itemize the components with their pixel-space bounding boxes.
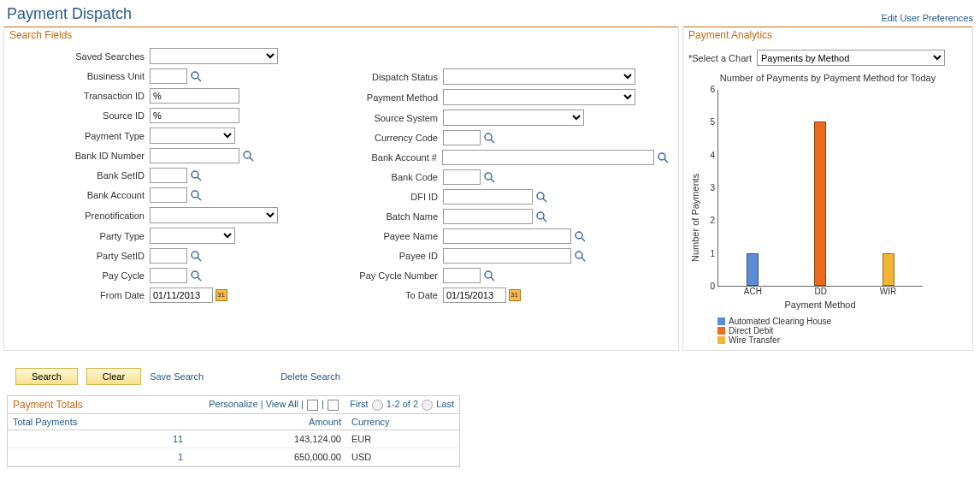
chart-xtick: DD	[815, 287, 827, 296]
svg-point-24	[576, 252, 582, 258]
pay-cycle-number-label: Pay Cycle Number	[310, 270, 443, 281]
lookup-icon[interactable]	[241, 149, 255, 163]
payee-name-label: Payee Name	[310, 231, 443, 241]
bank-code-input[interactable]	[443, 169, 481, 185]
lookup-icon[interactable]	[534, 190, 548, 204]
select-chart-select[interactable]: Payments by Method	[757, 50, 945, 66]
source-id-label: Source ID	[13, 110, 150, 121]
edit-user-preferences-link[interactable]: Edit User Preferences	[881, 13, 973, 23]
download-icon[interactable]	[328, 400, 339, 411]
svg-point-12	[485, 133, 492, 140]
source-system-label: Source System	[310, 113, 443, 123]
svg-line-3	[250, 157, 253, 161]
saved-searches-select[interactable]	[150, 48, 278, 64]
svg-point-10	[192, 271, 198, 278]
chart-xtick: WIR	[880, 287, 896, 296]
delete-search-link[interactable]: Delete Search	[280, 371, 340, 382]
chart-plot-area: 0123456	[717, 90, 923, 287]
bank-id-number-input[interactable]	[150, 148, 239, 163]
business-unit-input[interactable]	[150, 68, 187, 84]
lookup-icon[interactable]	[189, 169, 203, 182]
svg-point-8	[192, 252, 198, 258]
bank-account-label: Bank Account	[13, 190, 150, 200]
lookup-icon[interactable]	[482, 131, 496, 145]
personalize-link[interactable]: Personalize	[209, 399, 257, 409]
pay-cycle-input[interactable]	[150, 268, 187, 283]
lookup-icon[interactable]	[573, 249, 587, 263]
payment-totals-title: Payment Totals	[13, 399, 83, 411]
lookup-icon[interactable]	[189, 269, 203, 282]
currency-code-input[interactable]	[443, 130, 481, 145]
payee-id-input[interactable]	[443, 248, 571, 264]
chart-ytick: 0	[710, 282, 715, 291]
chart-xtick: ACH	[744, 287, 762, 296]
source-system-select[interactable]	[443, 110, 584, 126]
bank-account-input[interactable]	[150, 187, 187, 203]
cell-total-payments[interactable]: 11	[8, 430, 188, 448]
col-currency[interactable]: Currency	[346, 414, 459, 430]
search-button[interactable]: Search	[15, 368, 78, 385]
lookup-icon[interactable]	[189, 188, 203, 202]
cell-amount: 650,000.00	[188, 448, 346, 466]
business-unit-label: Business Unit	[13, 71, 150, 81]
lookup-icon[interactable]	[534, 210, 548, 223]
pay-cycle-number-input[interactable]	[443, 268, 481, 283]
page-title: Payment Dispatch	[7, 5, 132, 23]
from-date-label: From Date	[13, 290, 150, 300]
lookup-icon[interactable]	[656, 151, 670, 164]
chart-legend: Automated Clearing HouseDirect DebitWire…	[717, 317, 923, 345]
svg-line-1	[198, 78, 201, 81]
payment-method-select[interactable]	[443, 89, 635, 105]
save-search-link[interactable]: Save Search	[150, 371, 204, 382]
batch-name-input[interactable]	[443, 209, 533, 224]
svg-line-9	[198, 258, 201, 261]
bank-setid-label: Bank SetID	[13, 170, 150, 181]
from-date-input[interactable]	[150, 288, 213, 303]
next-icon[interactable]	[422, 400, 433, 411]
calendar-icon[interactable]	[509, 289, 521, 301]
party-setid-input[interactable]	[150, 248, 187, 264]
lookup-icon[interactable]	[482, 269, 496, 282]
transaction-id-input[interactable]	[150, 88, 239, 104]
payment-type-label: Payment Type	[13, 131, 150, 141]
zoom-icon[interactable]	[307, 400, 318, 411]
source-id-input[interactable]	[150, 108, 239, 123]
lookup-icon[interactable]	[573, 229, 587, 243]
col-amount[interactable]: Amount	[188, 414, 346, 430]
svg-point-0	[192, 72, 198, 79]
to-date-input[interactable]	[443, 288, 506, 303]
chart-ylabel: Number of Payments	[688, 90, 702, 345]
cell-total-payments[interactable]: 1	[8, 448, 188, 466]
legend-label: Direct Debit	[729, 326, 773, 335]
svg-point-16	[485, 173, 492, 180]
bank-setid-input[interactable]	[150, 168, 187, 183]
first-link[interactable]: First	[350, 399, 368, 409]
payment-type-select[interactable]	[150, 127, 235, 144]
payee-name-input[interactable]	[443, 228, 571, 244]
dfi-id-input[interactable]	[443, 189, 533, 205]
calendar-icon[interactable]	[215, 289, 227, 301]
svg-line-5	[198, 177, 201, 181]
legend-swatch	[717, 336, 725, 344]
lookup-icon[interactable]	[189, 249, 203, 263]
bank-account-num-input[interactable]	[442, 150, 654, 165]
clear-button[interactable]: Clear	[86, 368, 141, 385]
prenotification-label: Prenotification	[13, 210, 150, 221]
prenotification-select[interactable]	[150, 207, 278, 223]
svg-line-23	[582, 238, 585, 241]
svg-point-4	[192, 171, 198, 178]
party-type-select[interactable]	[150, 228, 235, 244]
lookup-icon[interactable]	[189, 69, 203, 83]
last-link[interactable]: Last	[436, 399, 454, 409]
col-total-payments[interactable]: Total Payments	[8, 414, 188, 430]
party-setid-label: Party SetID	[13, 251, 150, 261]
dispatch-status-select[interactable]	[443, 68, 635, 85]
dispatch-status-label: Dispatch Status	[310, 72, 443, 82]
payment-method-label: Payment Method	[310, 92, 443, 103]
legend-label: Wire Transfer	[729, 335, 780, 345]
view-all-link[interactable]: View All	[266, 399, 298, 409]
svg-point-18	[537, 193, 544, 199]
lookup-icon[interactable]	[482, 170, 496, 184]
prev-icon[interactable]	[372, 400, 383, 411]
chart-ytick: 2	[710, 216, 715, 225]
